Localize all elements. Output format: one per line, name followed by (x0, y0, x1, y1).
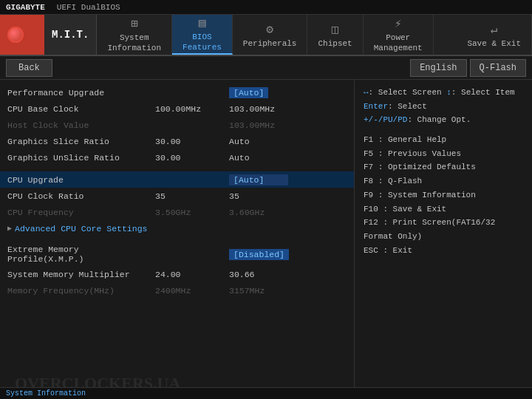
mem-freq-val: 2400MHz (155, 286, 229, 296)
nav-system-info[interactable]: ⊞ SystemInformation (97, 15, 172, 55)
cpu-clock-ratio-val: 35 (155, 191, 229, 201)
help-f1: F1 : General Help (364, 133, 523, 147)
gfx-unslice-label: Graphics UnSlice Ratio (7, 153, 155, 163)
row-mem-multiplier[interactable]: System Memory Multiplier 24.00 30.66 (0, 266, 354, 282)
gfx-unslice-val: 30.00 (155, 153, 229, 163)
help-f9: F9 : System Information (364, 188, 523, 202)
nav-power-label: PowerManagement (374, 33, 423, 52)
host-clock-label: Host Clock Value (7, 120, 155, 130)
row-host-clock-value: Host Clock Value 103.00MHz (0, 117, 354, 133)
help-section: ↔: Select Screen ↕: Select Item Enter: S… (364, 86, 523, 393)
help-esc: ESC : Exit (364, 244, 523, 258)
row-advanced-cpu-core[interactable]: ▶ Advanced CPU Core Settings (0, 220, 354, 236)
cpu-freq-label: CPU Frequency (7, 208, 155, 217)
row-cpu-clock-ratio[interactable]: CPU Clock Ratio 35 35 (0, 188, 354, 204)
footer-system-info: System Information (6, 389, 86, 398)
mem-freq-val2: 3157MHz (229, 286, 347, 296)
help-f10: F10 : Save & Exit (364, 202, 523, 216)
cpu-upgrade-val2: [Auto] (229, 174, 347, 185)
perf-upgrade-val2: [Auto] (229, 87, 347, 98)
bios-features-icon: ▤ (199, 16, 206, 30)
save-exit-icon: ↵ (491, 22, 498, 37)
mem-mult-val2: 30.66 (229, 270, 347, 279)
arrow-icon: ▶ (7, 224, 12, 233)
nav-chipset-label: Chipset (318, 39, 352, 48)
spacer2 (0, 236, 354, 242)
cpu-base-clock-val2: 103.00MHz (229, 104, 347, 114)
mem-mult-label: System Memory Multiplier (7, 270, 155, 279)
help-f12: F12 : Print Screen(FAT16/32 Format Only) (364, 216, 523, 243)
mem-mult-val: 24.00 (155, 270, 229, 279)
cpu-freq-val2: 3.60GHz (229, 208, 347, 217)
mit-label[interactable]: M.I.T. (44, 15, 97, 55)
nav-peripherals-label: Peripherals (243, 39, 297, 48)
help-f8: F8 : Q-Flash (364, 174, 523, 188)
mem-freq-label: Memory Frequency(MHz) (7, 286, 155, 296)
row-xmp[interactable]: Extreme Memory Profile(X.M.P.) [Disabled… (0, 242, 354, 266)
main-content: Performance Upgrade [Auto] CPU Base Cloc… (0, 80, 532, 399)
cpu-base-clock-val: 100.00MHz (155, 104, 229, 114)
nav-chipset[interactable]: ◫ Chipset (307, 15, 363, 55)
qflash-button[interactable]: Q-Flash (470, 59, 526, 77)
xmp-val2: [Disabled] (229, 249, 347, 260)
settings-panel: Performance Upgrade [Auto] CPU Base Cloc… (0, 80, 355, 399)
row-mem-frequency: Memory Frequency(MHz) 2400MHz 3157MHz (0, 282, 354, 299)
advanced-cpu-label: Advanced CPU Core Settings (15, 224, 163, 233)
gfx-unslice-val2: Auto (229, 153, 347, 163)
cpu-upgrade-label: CPU Upgrade (7, 175, 155, 185)
cpu-base-clock-label: CPU Base Clock (7, 104, 155, 114)
help-select-screen: ↔: Select Screen ↕: Select Item (364, 86, 523, 100)
nav-save-exit-label: Save & Exit (467, 39, 521, 48)
nav-save-exit[interactable]: ↵ Save & Exit (457, 15, 532, 55)
row-cpu-base-clock[interactable]: CPU Base Clock 100.00MHz 103.00MHz (0, 100, 354, 117)
xmp-label: Extreme Memory Profile(X.M.P.) (7, 245, 155, 264)
gigabyte-logo: GIGABYTE (6, 3, 45, 12)
nav-power-mgmt[interactable]: ⚡ PowerManagement (364, 15, 434, 55)
perf-upgrade-label: Performance Upgrade (7, 88, 155, 98)
nav-bios-features-label: BIOSFeatures (183, 33, 222, 52)
language-button[interactable]: English (410, 59, 466, 77)
nav-bar: M.I.T. ⊞ SystemInformation ▤ BIOSFeature… (0, 15, 532, 56)
help-change: +/-/PU/PD: Change Opt. (364, 113, 523, 127)
nav-bios-features[interactable]: ▤ BIOSFeatures (172, 15, 233, 55)
nav-system-info-label: SystemInformation (107, 33, 161, 52)
row-performance-upgrade[interactable]: Performance Upgrade [Auto] (0, 84, 354, 100)
back-button[interactable]: Back (6, 59, 52, 77)
gigabyte-dot (7, 27, 24, 43)
help-panel: ↔: Select Screen ↕: Select Item Enter: S… (355, 80, 532, 399)
nav-logo (0, 15, 44, 55)
row-graphics-slice-ratio[interactable]: Graphics Slice Ratio 30.00 Auto (0, 133, 354, 149)
cpu-clock-ratio-val2: 35 (229, 191, 347, 201)
footer-bar: System Information (0, 387, 532, 399)
nav-peripherals[interactable]: ⚙ Peripherals (233, 15, 308, 55)
system-info-icon: ⊞ (131, 16, 138, 31)
power-icon: ⚡ (395, 16, 402, 31)
cpu-clock-ratio-label: CPU Clock Ratio (7, 191, 155, 201)
gfx-slice-val2: Auto (229, 137, 347, 146)
row-cpu-upgrade[interactable]: CPU Upgrade [Auto] (0, 171, 354, 188)
gfx-slice-val: 30.00 (155, 137, 229, 146)
peripherals-icon: ⚙ (266, 22, 273, 37)
help-enter: Enter: Select (364, 100, 523, 114)
gfx-slice-label: Graphics Slice Ratio (7, 137, 155, 146)
help-f5: F5 : Previous Values (364, 147, 523, 161)
row-cpu-frequency: CPU Frequency 3.50GHz 3.60GHz (0, 204, 354, 220)
cpu-freq-val: 3.50GHz (155, 208, 229, 217)
help-f7: F7 : Optimized Defaults (364, 160, 523, 174)
bios-name: UEFI DualBIOS (57, 3, 120, 12)
chipset-icon: ◫ (332, 22, 339, 37)
sub-bar: Back English Q-Flash (0, 56, 532, 80)
top-bar: GIGABYTE UEFI DualBIOS (0, 0, 532, 15)
host-clock-val2: 103.00MHz (229, 120, 347, 130)
spacer1 (0, 166, 354, 171)
row-graphics-unslice-ratio[interactable]: Graphics UnSlice Ratio 30.00 Auto (0, 149, 354, 166)
